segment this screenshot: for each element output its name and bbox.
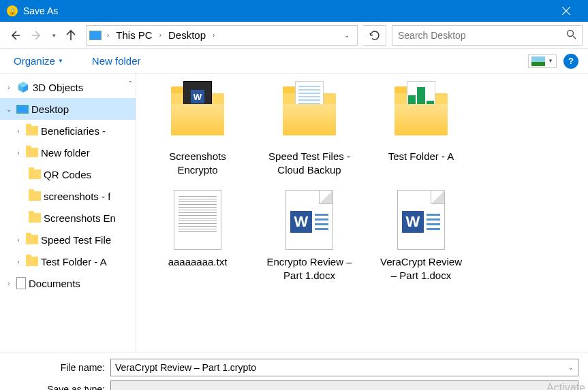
search-input[interactable] [398,30,566,41]
new-folder-label: New folder [92,55,141,67]
tree-item-label: Speed Test File [41,234,111,246]
folder-tree[interactable]: ⌃ 3D ObjectsDesktopBeneficiaries - New f… [0,74,136,353]
up-button[interactable] [61,26,80,45]
search-box[interactable] [392,25,583,46]
expand-toggle-icon[interactable] [14,127,23,135]
chevron-down-icon: ▼ [58,58,63,64]
tree-item-label: QR Codes [44,169,91,180]
refresh-icon [369,30,380,41]
tree-item-3dobjects[interactable]: 3D Objects [0,76,136,98]
new-folder-button[interactable]: New folder [88,52,145,69]
svg-point-2 [568,30,574,36]
close-button[interactable] [551,0,581,22]
chevron-down-icon[interactable]: ⌄ [568,364,574,371]
tree-item-label: Screenshots En [44,212,116,224]
arrow-left-icon [9,29,21,42]
expand-toggle-icon[interactable] [4,280,14,287]
help-button[interactable]: ? [563,54,578,69]
doc-icon [16,277,26,289]
back-button[interactable] [5,26,25,45]
recent-dropdown[interactable]: ▾ [49,26,59,45]
tree-item-screenshots-f[interactable]: screenshots - f [0,185,136,207]
expand-toggle-icon[interactable] [4,105,14,113]
file-thumbnail [165,187,230,253]
file-item-screenshots-encrypto[interactable]: WScreenshots Encrypto [150,79,245,179]
expand-toggle-icon[interactable] [14,258,23,265]
filename-label: File name: [10,362,105,373]
nav-bar: ▾ › This PC › Desktop › ⌄ [0,22,588,49]
window-title: Save As [23,5,551,16]
file-item-encrypto-review[interactable]: WEncrypto Review – Part 1.docx [262,184,357,285]
address-bar[interactable]: › This PC › Desktop › ⌄ [86,25,358,46]
tree-item-label: Documents [29,278,80,289]
chevron-right-icon[interactable]: › [106,31,110,39]
tree-item-documents[interactable]: Documents [0,272,136,294]
title-bar: 🔒 Save As [0,0,588,22]
tree-item-label: Desktop [31,103,69,115]
refresh-button[interactable] [363,25,386,46]
address-dropdown[interactable]: ⌄ [338,26,354,45]
picture-icon [531,56,545,66]
close-icon [562,7,570,15]
file-grid[interactable]: WScreenshots EncryptoSpeed Test Files - … [136,74,588,353]
tree-item-label: Beneficiaries - [41,125,106,137]
file-label: aaaaaaaa.txt [168,255,228,269]
cube-icon [16,82,30,93]
expand-toggle-icon[interactable] [14,236,23,244]
folder-icon [29,213,41,223]
file-thumbnail: W [277,187,342,253]
folder-icon [26,126,38,135]
tree-item-newfolder[interactable]: New folder [0,142,136,163]
help-icon: ? [568,56,574,66]
folder-icon [26,257,38,266]
savetype-combo[interactable]: ⌄ [110,380,578,390]
scroll-up-icon[interactable]: ⌃ [125,76,136,90]
file-item-testfolder-a[interactable]: Test Folder - A [373,79,469,179]
tree-item-screenshots-en[interactable]: Screenshots En [0,207,136,229]
folder-icon [26,148,38,157]
file-item-aaaaaaaa[interactable]: aaaaaaaa.txt [150,184,245,285]
file-label: VeraCrypt Review – Part 1.docx [376,255,466,282]
chevron-right-icon[interactable]: › [158,31,163,39]
tree-item-desktop[interactable]: Desktop [0,98,136,120]
tree-item-label: screenshots - f [44,191,110,202]
expand-toggle-icon[interactable] [14,149,23,157]
monitor-icon [16,105,29,114]
folder-icon [29,169,41,179]
file-thumbnail [277,82,342,147]
tree-item-beneficiaries[interactable]: Beneficiaries - [0,120,136,142]
tree-item-speedtest[interactable]: Speed Test File [0,229,136,250]
tree-item-label: Test Folder - A [41,256,107,267]
breadcrumb-desktop[interactable]: Desktop [164,28,210,42]
folder-icon [26,235,38,244]
organize-label: Organize [14,55,55,67]
tree-item-qrcodes[interactable]: QR Codes [0,163,136,185]
file-thumbnail [388,82,454,147]
folder-icon [29,191,41,201]
file-item-veracrypt-review[interactable]: WVeraCrypt Review – Part 1.docx [373,184,469,285]
svg-line-3 [573,36,576,39]
file-label: Screenshots Encrypto [153,150,243,176]
arrow-right-icon [31,29,43,42]
tree-item-label: 3D Objects [33,82,83,93]
view-options-button[interactable]: ▼ [528,54,557,68]
expand-toggle-icon[interactable] [4,84,14,91]
footer: File name: VeraCrypt Review – Part 1.cry… [0,353,588,390]
file-thumbnail: W [165,82,230,147]
forward-button[interactable] [27,26,46,45]
chevron-down-icon[interactable]: ⌄ [568,386,574,390]
breadcrumb-thispc[interactable]: This PC [112,28,156,42]
arrow-up-icon [65,29,77,42]
file-label: Encrypto Review – Part 1.docx [264,255,354,282]
file-item-speedtest-files[interactable]: Speed Test Files - Cloud Backup [262,79,357,179]
chevron-right-icon[interactable]: › [211,31,216,39]
filename-value: VeraCrypt Review – Part 1.crypto [115,362,256,373]
file-thumbnail: W [388,187,454,253]
tree-item-testfolder[interactable]: Test Folder - A [0,250,136,272]
file-label: Test Folder - A [388,150,454,163]
filename-combo[interactable]: VeraCrypt Review – Part 1.crypto ⌄ [110,359,578,376]
organize-button[interactable]: Organize ▼ [10,52,67,69]
toolbar: Organize ▼ New folder ▼ ? [0,49,588,74]
search-icon[interactable] [566,29,576,42]
savetype-label: Save as type: [10,384,105,390]
